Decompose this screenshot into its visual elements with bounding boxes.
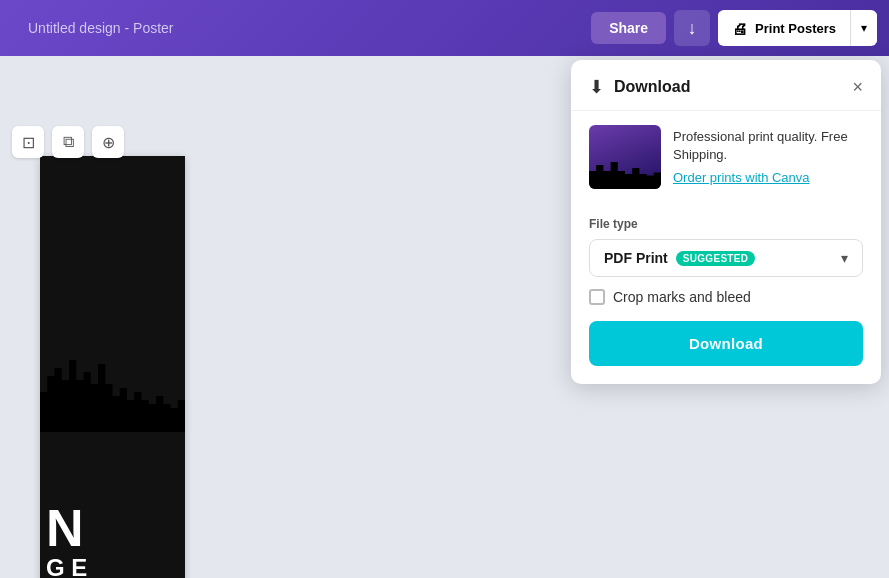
download-button[interactable]: Download xyxy=(589,321,863,366)
crop-marks-checkbox[interactable] xyxy=(589,289,605,305)
print-button-group: 🖨 Print Posters ▾ xyxy=(718,10,877,46)
left-toolbar: ⊡ ⧉ ⊕ xyxy=(12,126,124,158)
promo-image xyxy=(589,125,661,189)
promo-image-city xyxy=(589,159,661,189)
panel-title: Download xyxy=(614,78,690,96)
city-silhouette xyxy=(40,352,185,432)
poster-text-ge: G E xyxy=(46,554,179,578)
panel-header: ⬇ Download × xyxy=(571,60,881,111)
download-header-icon: ↓ xyxy=(688,18,697,39)
download-icon-button[interactable]: ↓ xyxy=(674,10,710,46)
print-icon: 🖨 xyxy=(732,20,747,37)
print-button[interactable]: 🖨 Print Posters xyxy=(718,12,850,45)
promo-link[interactable]: Order prints with Canva xyxy=(673,170,810,185)
file-type-value-group: PDF Print SUGGESTED xyxy=(604,250,755,266)
suggested-badge: SUGGESTED xyxy=(676,251,756,266)
panel-header-left: ⬇ Download xyxy=(589,76,690,98)
promo-image-inner xyxy=(589,125,661,189)
file-type-label: File type xyxy=(589,217,863,231)
panel-download-icon: ⬇ xyxy=(589,76,604,98)
toolbar-icon-copy[interactable]: ⧉ xyxy=(52,126,84,158)
file-type-value: PDF Print xyxy=(604,250,668,266)
add-icon: ⊕ xyxy=(102,133,115,152)
toolbar-icon-crop[interactable]: ⊡ xyxy=(12,126,44,158)
download-panel: ⬇ Download × Professional print quality.… xyxy=(571,60,881,384)
panel-close-button[interactable]: × xyxy=(852,78,863,96)
crop-marks-label: Crop marks and bleed xyxy=(613,289,751,305)
promo-description: Professional print quality. Free Shippin… xyxy=(673,128,863,164)
poster-top xyxy=(40,156,185,432)
promo-text: Professional print quality. Free Shippin… xyxy=(673,128,863,186)
poster-letter-n: N xyxy=(46,502,179,554)
crop-icon: ⊡ xyxy=(22,133,35,152)
file-type-select[interactable]: PDF Print SUGGESTED ▾ xyxy=(589,239,863,277)
panel-body: File type PDF Print SUGGESTED ▾ Crop mar… xyxy=(571,203,881,384)
app-header: Untitled design - Poster Share ↓ 🖨 Print… xyxy=(0,0,889,56)
copy-icon: ⧉ xyxy=(63,133,74,151)
share-button[interactable]: Share xyxy=(591,12,666,44)
design-preview: N G E R E xyxy=(40,156,185,578)
print-dropdown-arrow[interactable]: ▾ xyxy=(851,13,877,43)
document-title: Untitled design - Poster xyxy=(28,20,174,36)
print-button-label: Print Posters xyxy=(755,21,836,36)
toolbar-icon-add[interactable]: ⊕ xyxy=(92,126,124,158)
crop-marks-row: Crop marks and bleed xyxy=(589,289,863,305)
promo-card: Professional print quality. Free Shippin… xyxy=(571,111,881,203)
chevron-down-icon: ▾ xyxy=(841,250,848,266)
